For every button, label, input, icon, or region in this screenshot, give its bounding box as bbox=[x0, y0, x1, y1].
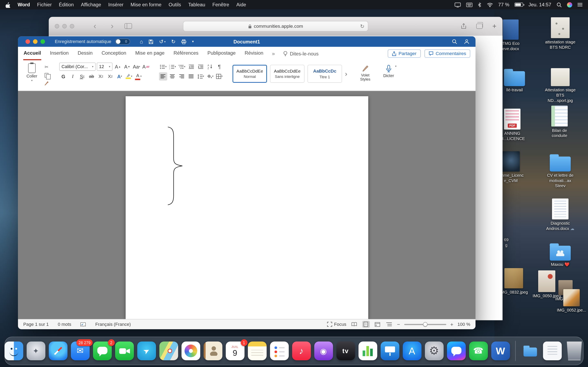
tell-me[interactable]: Dites-le-nous bbox=[283, 51, 319, 57]
format-painter-button[interactable] bbox=[43, 80, 50, 86]
new-tab-icon[interactable]: + bbox=[492, 22, 496, 30]
dock-item-maps[interactable] bbox=[159, 341, 178, 361]
address-bar[interactable]: communities.apple.com ↻ bbox=[183, 21, 368, 31]
language-indicator[interactable]: Français (France) bbox=[95, 322, 131, 327]
zoom-level[interactable]: 100 % bbox=[458, 322, 470, 327]
dock-item-podcasts[interactable]: ◉ bbox=[314, 341, 333, 361]
zoom-slider-thumb[interactable] bbox=[423, 322, 427, 327]
account-icon[interactable] bbox=[464, 39, 470, 44]
zoom-button[interactable] bbox=[70, 24, 74, 28]
superscript-button[interactable]: X2 bbox=[106, 72, 114, 80]
menubar-app-name[interactable]: Word bbox=[17, 2, 30, 8]
dock-item-facetime[interactable] bbox=[114, 341, 134, 361]
web-layout-icon[interactable] bbox=[374, 321, 381, 328]
line-spacing-button[interactable]: ▾ bbox=[196, 72, 205, 80]
minimize-button[interactable] bbox=[62, 24, 67, 28]
file-diagnostic-andros[interactable]: DiagnosticAndros.docx☁ bbox=[545, 198, 576, 231]
print-icon[interactable] bbox=[181, 39, 187, 44]
bold-button[interactable]: G bbox=[59, 72, 67, 80]
close-button[interactable] bbox=[26, 39, 30, 44]
align-left-button[interactable] bbox=[159, 72, 167, 80]
dock-item-music[interactable]: ♪ bbox=[292, 341, 311, 361]
dock-item-appletv[interactable]: tv bbox=[336, 341, 355, 361]
sort-button[interactable]: AZ bbox=[206, 63, 214, 71]
minimize-button[interactable] bbox=[33, 39, 38, 44]
comments-button[interactable]: Commentaires bbox=[424, 49, 470, 58]
folder-cv-lettre[interactable]: CV et lettre demotivati...ax Steev bbox=[545, 154, 576, 188]
reload-icon[interactable]: ↻ bbox=[360, 23, 365, 29]
customize-toolbar-icon[interactable]: ▾ bbox=[192, 40, 194, 43]
dock-item-trash[interactable] bbox=[564, 341, 584, 361]
tab-conception[interactable]: Conception bbox=[101, 47, 127, 60]
tab-mise-en-page[interactable]: Mise en page bbox=[135, 47, 165, 60]
word-count[interactable]: 0 mots bbox=[58, 322, 71, 327]
clear-formatting-button[interactable]: A bbox=[142, 63, 150, 71]
siri-icon[interactable] bbox=[567, 2, 572, 7]
increase-indent-button[interactable] bbox=[196, 63, 205, 71]
document-page[interactable] bbox=[126, 96, 368, 319]
dock-item-finder[interactable] bbox=[4, 341, 24, 361]
dock-item-launchpad[interactable]: ✦ bbox=[26, 341, 46, 361]
font-color-button[interactable]: A▾ bbox=[134, 72, 143, 80]
focus-toggle[interactable]: Focus bbox=[327, 322, 346, 327]
underline-button[interactable]: S▾ bbox=[78, 72, 86, 80]
bullets-button[interactable]: ▾ bbox=[159, 63, 167, 71]
highlight-button[interactable]: ▾ bbox=[125, 72, 133, 80]
shading-button[interactable]: ▾ bbox=[206, 72, 214, 80]
folder-travail[interactable]: llé-travail bbox=[499, 68, 530, 93]
file-img-0832[interactable]: IMG_0832.jpeg bbox=[498, 268, 529, 295]
curly-brace-shape[interactable] bbox=[165, 126, 185, 206]
sidebar-icon[interactable] bbox=[125, 23, 132, 29]
grow-font-button[interactable]: A▲ bbox=[114, 63, 122, 71]
save-icon[interactable] bbox=[149, 39, 154, 44]
menubar-item-tableau[interactable]: Tableau bbox=[188, 2, 205, 8]
forward-icon[interactable]: › bbox=[108, 22, 116, 30]
display-icon[interactable] bbox=[454, 2, 461, 7]
dock-item-settings[interactable]: ⚙ bbox=[424, 341, 444, 361]
page-indicator[interactable]: Page 1 sur 1 bbox=[23, 322, 49, 327]
word-window[interactable]: Enregistrement automatique 0 ⌂ ↺▾ ↻ ▾ Do… bbox=[18, 36, 476, 329]
menubar-item-aide[interactable]: Aide bbox=[236, 2, 246, 8]
menubar-item-insérer[interactable]: Insérer bbox=[108, 2, 123, 8]
search-icon[interactable] bbox=[452, 39, 457, 44]
zoom-button[interactable] bbox=[40, 39, 45, 44]
shrink-font-button[interactable]: A▼ bbox=[123, 63, 131, 71]
align-right-button[interactable] bbox=[178, 72, 186, 80]
dock-item-telegram[interactable]: ➤ bbox=[137, 341, 156, 361]
bluetooth-icon[interactable] bbox=[477, 2, 481, 7]
print-layout-icon[interactable] bbox=[362, 321, 370, 328]
document-area[interactable] bbox=[18, 91, 476, 319]
dock-item-reminders[interactable] bbox=[269, 341, 289, 361]
dock-item-safari[interactable] bbox=[48, 341, 68, 361]
zoom-in-icon[interactable]: + bbox=[450, 321, 453, 327]
dock-item-numbers[interactable] bbox=[358, 341, 378, 361]
dock-item-calendar[interactable]: JUIL91 bbox=[225, 341, 245, 361]
menubar-item-fen-tre[interactable]: Fenêtre bbox=[212, 2, 229, 8]
dock-item-keynote[interactable] bbox=[380, 341, 400, 361]
style-normal[interactable]: AaBbCcDdEe Normal bbox=[233, 65, 267, 83]
more-tabs-icon[interactable]: » bbox=[272, 50, 275, 57]
autosave-toggle[interactable]: 0 bbox=[115, 39, 130, 44]
style-no-spacing[interactable]: AaBbCcDdEe Sans interligne bbox=[270, 65, 304, 83]
numbering-button[interactable]: 123▾ bbox=[168, 63, 177, 71]
tab-accueil[interactable]: Accueil bbox=[23, 47, 42, 60]
menubar-item-édition[interactable]: Édition bbox=[59, 2, 74, 8]
wifi-icon[interactable] bbox=[486, 2, 493, 7]
text-effects-button[interactable]: A▾ bbox=[116, 72, 124, 80]
back-icon[interactable]: ‹ bbox=[91, 22, 99, 30]
tab-insertion[interactable]: Insertion bbox=[50, 47, 69, 60]
dock-item-notes[interactable] bbox=[247, 341, 267, 361]
menubar-item-affichage[interactable]: Affichage bbox=[81, 2, 101, 8]
tab-références[interactable]: Références bbox=[173, 47, 199, 60]
spotlight-icon[interactable] bbox=[557, 2, 562, 7]
style-heading-1[interactable]: AaBbCcDc Titre 1 bbox=[307, 65, 342, 83]
file-attestation-sport[interactable]: Attestation stageBTS ND...sport.jpg bbox=[545, 68, 576, 103]
zoom-out-icon[interactable]: − bbox=[397, 321, 400, 327]
dock-item-appstore[interactable]: A bbox=[402, 341, 422, 361]
menubar-item-fichier[interactable]: Fichier bbox=[37, 2, 52, 8]
font-name-select[interactable]: Calibri (Cor...▾ bbox=[59, 63, 95, 71]
font-size-select[interactable]: 12▾ bbox=[97, 63, 112, 71]
strikethrough-button[interactable]: ab bbox=[87, 72, 95, 80]
borders-button[interactable]: ▾ bbox=[215, 72, 223, 80]
multilevel-list-button[interactable]: ▾ bbox=[178, 63, 186, 71]
